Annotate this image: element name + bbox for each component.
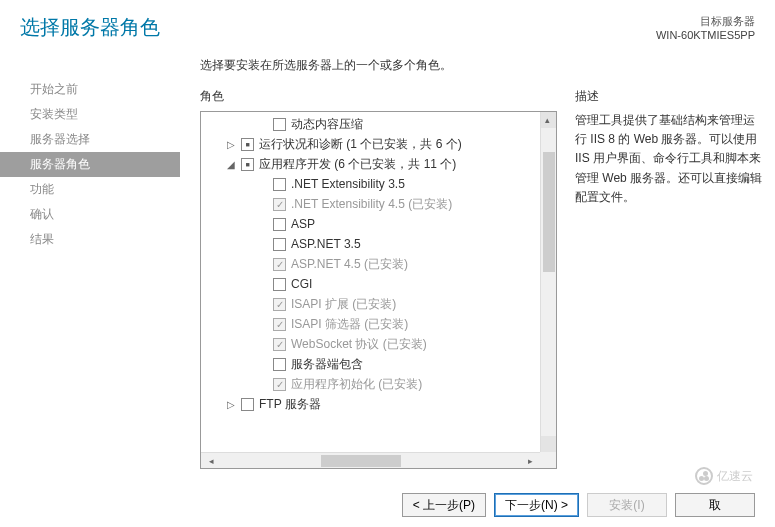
tree-item-label: ASP.NET 4.5 (已安装) <box>291 256 408 273</box>
checkbox[interactable] <box>273 238 286 251</box>
checkbox <box>273 318 286 331</box>
expander-none <box>257 198 269 210</box>
checkbox <box>273 338 286 351</box>
install-button: 安装(I) <box>587 493 667 517</box>
checkbox <box>273 198 286 211</box>
expander-closed-icon[interactable]: ▷ <box>225 398 237 410</box>
tree-item-label: FTP 服务器 <box>259 396 321 413</box>
tree-row[interactable]: 服务器端包含 <box>201 354 540 374</box>
wizard-footer: < 上一步(P) 下一步(N) > 安装(I) 取 <box>402 493 755 517</box>
instruction-text: 选择要安装在所选服务器上的一个或多个角色。 <box>200 57 765 74</box>
tree-item-label: 服务器端包含 <box>291 356 363 373</box>
page-title: 选择服务器角色 <box>20 14 160 41</box>
tree-row[interactable]: ▷FTP 服务器 <box>201 394 540 414</box>
description-text: 管理工具提供了基础结构来管理运行 IIS 8 的 Web 服务器。可以使用 II… <box>575 111 765 207</box>
checkbox[interactable] <box>241 138 254 151</box>
expander-none <box>257 358 269 370</box>
tree-row[interactable]: ISAPI 筛选器 (已安装) <box>201 314 540 334</box>
next-button[interactable]: 下一步(N) > <box>494 493 579 517</box>
vertical-scrollbar[interactable]: ▴ ▾ <box>540 112 556 452</box>
roles-tree[interactable]: 动态内容压缩▷运行状况和诊断 (1 个已安装，共 6 个)◢应用程序开发 (6 … <box>200 111 557 469</box>
tree-row[interactable]: ASP.NET 3.5 <box>201 234 540 254</box>
tree-item-label: ASP.NET 3.5 <box>291 237 361 251</box>
tree-item-label: 应用程序初始化 (已安装) <box>291 376 422 393</box>
expander-none <box>257 218 269 230</box>
checkbox <box>273 298 286 311</box>
tree-row[interactable]: ◢应用程序开发 (6 个已安装，共 11 个) <box>201 154 540 174</box>
checkbox[interactable] <box>273 358 286 371</box>
tree-item-label: ISAPI 筛选器 (已安装) <box>291 316 408 333</box>
tree-row[interactable]: ASP.NET 4.5 (已安装) <box>201 254 540 274</box>
expander-none <box>257 258 269 270</box>
tree-row[interactable]: WebSocket 协议 (已安装) <box>201 334 540 354</box>
expander-none <box>257 118 269 130</box>
scroll-up-icon[interactable]: ▴ <box>545 115 550 125</box>
scrollbar-corner <box>540 452 556 468</box>
scroll-thumb-horizontal[interactable] <box>321 455 401 467</box>
description-heading: 描述 <box>575 88 765 105</box>
tree-item-label: ISAPI 扩展 (已安装) <box>291 296 396 313</box>
tree-row[interactable]: .NET Extensibility 4.5 (已安装) <box>201 194 540 214</box>
expander-none <box>257 178 269 190</box>
expander-none <box>257 278 269 290</box>
scroll-right-icon[interactable]: ▸ <box>522 456 538 466</box>
tree-row[interactable]: 动态内容压缩 <box>201 114 540 134</box>
prev-button[interactable]: < 上一步(P) <box>402 493 486 517</box>
expander-closed-icon[interactable]: ▷ <box>225 138 237 150</box>
checkbox[interactable] <box>241 398 254 411</box>
nav-step-2[interactable]: 服务器选择 <box>0 127 180 152</box>
scroll-thumb-vertical[interactable] <box>543 152 555 272</box>
scroll-down-icon[interactable]: ▾ <box>545 439 550 449</box>
tree-row[interactable]: ASP <box>201 214 540 234</box>
target-server-block: 目标服务器 WIN-60KTMIES5PP <box>656 14 755 41</box>
tree-row[interactable]: ISAPI 扩展 (已安装) <box>201 294 540 314</box>
nav-step-5: 确认 <box>0 202 180 227</box>
tree-row[interactable]: ▷运行状况和诊断 (1 个已安装，共 6 个) <box>201 134 540 154</box>
nav-step-6: 结果 <box>0 227 180 252</box>
horizontal-scrollbar[interactable]: ◂ ▸ <box>201 452 540 468</box>
roles-heading: 角色 <box>200 88 557 105</box>
tree-item-label: CGI <box>291 277 312 291</box>
checkbox[interactable] <box>273 118 286 131</box>
checkbox[interactable] <box>273 278 286 291</box>
tree-row[interactable]: CGI <box>201 274 540 294</box>
expander-none <box>257 238 269 250</box>
tree-row[interactable]: 应用程序初始化 (已安装) <box>201 374 540 394</box>
wizard-nav: 开始之前安装类型服务器选择服务器角色功能确认结果 <box>0 49 180 469</box>
expander-none <box>257 338 269 350</box>
target-server-label: 目标服务器 <box>656 14 755 29</box>
checkbox[interactable] <box>273 218 286 231</box>
tree-item-label: 运行状况和诊断 (1 个已安装，共 6 个) <box>259 136 462 153</box>
scroll-left-icon[interactable]: ◂ <box>203 456 219 466</box>
tree-item-label: 应用程序开发 (6 个已安装，共 11 个) <box>259 156 456 173</box>
cancel-button[interactable]: 取 <box>675 493 755 517</box>
checkbox[interactable] <box>241 158 254 171</box>
nav-step-4: 功能 <box>0 177 180 202</box>
checkbox[interactable] <box>273 178 286 191</box>
nav-step-3[interactable]: 服务器角色 <box>0 152 180 177</box>
expander-open-icon[interactable]: ◢ <box>225 158 237 170</box>
checkbox <box>273 378 286 391</box>
watermark-text: 亿速云 <box>717 468 753 485</box>
tree-item-label: 动态内容压缩 <box>291 116 363 133</box>
expander-none <box>257 378 269 390</box>
tree-item-label: ASP <box>291 217 315 231</box>
tree-item-label: WebSocket 协议 (已安装) <box>291 336 427 353</box>
expander-none <box>257 318 269 330</box>
tree-row[interactable]: .NET Extensibility 3.5 <box>201 174 540 194</box>
expander-none <box>257 298 269 310</box>
tree-item-label: .NET Extensibility 4.5 (已安装) <box>291 196 452 213</box>
tree-item-label: .NET Extensibility 3.5 <box>291 177 405 191</box>
checkbox <box>273 258 286 271</box>
nav-step-0[interactable]: 开始之前 <box>0 77 180 102</box>
watermark: 亿速云 <box>695 467 753 485</box>
nav-step-1[interactable]: 安装类型 <box>0 102 180 127</box>
target-server-name: WIN-60KTMIES5PP <box>656 29 755 41</box>
